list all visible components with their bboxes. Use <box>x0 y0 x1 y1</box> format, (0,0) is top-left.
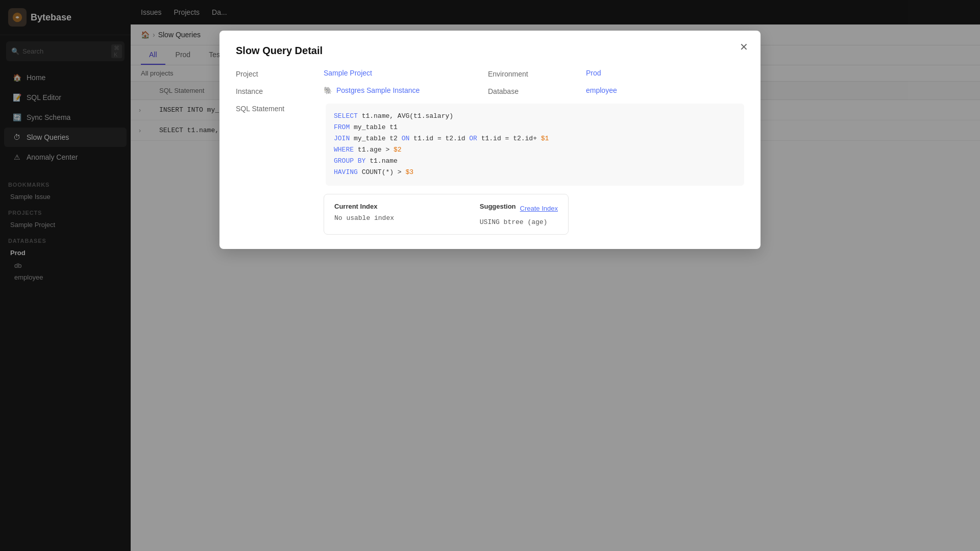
sql-kw-select: SELECT <box>334 112 358 120</box>
project-value[interactable]: Sample Project <box>324 69 482 78</box>
sql-text-3a: my_table t2 <box>354 135 402 142</box>
sql-block: SELECT t1.name, AVG(t1.salary) FROM my_t… <box>326 104 744 186</box>
sql-text-6: COUNT(*) > <box>362 168 406 176</box>
sql-kw-having: HAVING <box>334 168 358 176</box>
sql-kw-join: JOIN <box>334 135 350 142</box>
instance-value[interactable]: Postgres Sample Instance <box>336 86 420 94</box>
sql-text-3b: t1.id = t2.id <box>413 135 469 142</box>
index-card: Current Index No usable index Suggestion… <box>324 194 569 235</box>
database-label: Database <box>488 86 580 95</box>
slow-query-detail-modal: Slow Query Detail ✕ Project Sample Proje… <box>219 31 761 249</box>
detail-grid-top: Project Sample Project Environment Prod … <box>236 69 744 95</box>
suggestion-section: Suggestion Create Index USING btree (age… <box>480 203 558 226</box>
sql-text-2: my_table t1 <box>354 123 398 131</box>
sql-text-3c: t1.id = t2.id+ <box>481 135 537 142</box>
sql-line-3: JOIN my_table t2 ON t1.id = t2.id OR t1.… <box>334 133 736 144</box>
modal-overlay[interactable]: Slow Query Detail ✕ Project Sample Proje… <box>0 0 980 551</box>
sql-text-1: t1.name, AVG(t1.salary) <box>362 112 453 120</box>
sql-line-6: HAVING COUNT(*) > $3 <box>334 167 736 178</box>
suggestion-value: USING btree (age) <box>480 218 558 226</box>
instance-label: Instance <box>236 86 317 95</box>
current-index-value: No usable index <box>334 214 394 222</box>
suggestion-header: Suggestion Create Index <box>480 203 558 214</box>
sql-text-5: t1.name <box>370 157 398 165</box>
modal-title: Slow Query Detail <box>236 45 744 57</box>
current-index-label: Current Index <box>334 203 394 210</box>
sql-statement-label: SQL Statement <box>236 104 317 113</box>
sql-line-1: SELECT t1.name, AVG(t1.salary) <box>334 111 736 122</box>
project-label: Project <box>236 69 317 78</box>
modal-close-button[interactable]: ✕ <box>740 41 748 53</box>
sql-text-4: t1.age > <box>358 146 394 154</box>
sql-kw-or: OR <box>469 135 477 142</box>
sql-param-1: $1 <box>541 135 549 142</box>
instance-value-container: 🐘 Postgres Sample Instance <box>324 86 482 95</box>
sql-line-4: WHERE t1.age > $2 <box>334 144 736 156</box>
database-value[interactable]: employee <box>586 86 744 95</box>
current-index-section: Current Index No usable index <box>334 203 394 222</box>
sql-param-2: $2 <box>394 146 402 154</box>
suggestion-label: Suggestion <box>480 203 516 210</box>
sql-param-3: $3 <box>405 168 413 176</box>
sql-line-5: GROUP BY t1.name <box>334 156 736 167</box>
index-card-container: Current Index No usable index Suggestion… <box>324 194 744 235</box>
create-index-link[interactable]: Create Index <box>520 205 558 212</box>
sql-detail-row: SQL Statement SELECT t1.name, AVG(t1.sal… <box>236 104 744 186</box>
sql-kw-on: ON <box>402 135 410 142</box>
sql-kw-group-by: GROUP BY <box>334 157 365 165</box>
environment-value[interactable]: Prod <box>586 69 744 78</box>
sql-line-2: FROM my_table t1 <box>334 122 736 133</box>
sql-kw-from: FROM <box>334 123 350 131</box>
postgres-icon: 🐘 <box>324 86 332 94</box>
environment-label: Environment <box>488 69 580 78</box>
sql-kw-where: WHERE <box>334 146 354 154</box>
